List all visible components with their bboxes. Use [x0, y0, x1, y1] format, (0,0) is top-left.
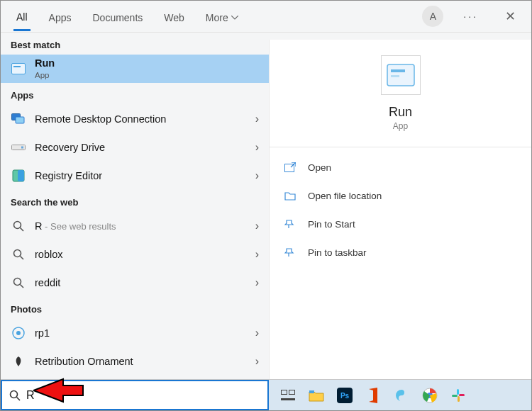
detail-app-icon — [381, 55, 421, 95]
action-label: Pin to Start — [308, 219, 355, 230]
svg-rect-23 — [282, 390, 287, 394]
chevron-right-icon: › — [255, 276, 259, 289]
svg-text:Ps: Ps — [340, 392, 350, 400]
result-label: Registry Editor — [35, 170, 102, 181]
svg-rect-3 — [16, 117, 24, 123]
file-explorer-icon[interactable] — [307, 386, 326, 405]
open-icon — [284, 161, 297, 174]
action-label: Pin to taskbar — [308, 247, 367, 258]
chevron-right-icon: › — [255, 220, 259, 232]
registry-editor-icon — [11, 168, 26, 184]
svg-rect-17 — [391, 69, 405, 72]
tab-more-label: More — [206, 12, 228, 23]
result-label: Retribution Ornament — [35, 356, 133, 367]
detail-title: Run — [389, 105, 412, 120]
chevron-right-icon: › — [255, 355, 259, 368]
action-pin-to-taskbar[interactable]: Pin to taskbar — [270, 238, 531, 266]
search-icon — [11, 275, 26, 291]
action-pin-to-start[interactable]: Pin to Start — [270, 210, 531, 238]
best-match-title: Run — [35, 57, 55, 69]
action-open[interactable]: Open — [270, 153, 531, 181]
svg-line-21 — [17, 397, 21, 400]
search-icon — [11, 247, 26, 262]
chevron-right-icon: › — [255, 113, 259, 125]
user-avatar[interactable]: A — [422, 6, 443, 27]
result-label: roblox — [35, 249, 63, 260]
result-web-roblox[interactable]: roblox › — [1, 240, 269, 269]
tab-apps[interactable]: Apps — [46, 3, 74, 30]
chevron-right-icon: › — [255, 248, 259, 261]
svg-point-15 — [16, 331, 21, 335]
svg-rect-18 — [391, 75, 399, 77]
svg-rect-5 — [21, 147, 23, 149]
result-web-r[interactable]: R - See web results › — [1, 212, 269, 240]
section-apps: Apps — [1, 83, 269, 105]
photo-thumb-icon — [11, 325, 26, 341]
svg-rect-34 — [459, 394, 465, 396]
svg-point-10 — [14, 250, 21, 257]
result-app-registry-editor[interactable]: Registry Editor › — [1, 162, 269, 190]
detail-panel: Run App Open Open file location — [269, 40, 531, 379]
results-panel: Best match Run App Apps Remote Desktop C… — [1, 33, 269, 379]
task-view-icon[interactable] — [279, 386, 297, 405]
result-best-match[interactable]: Run App — [1, 55, 269, 83]
svg-rect-33 — [458, 396, 460, 402]
tab-documents[interactable]: Documents — [89, 3, 145, 30]
run-app-icon — [11, 61, 26, 77]
result-label: rp1 — [35, 327, 50, 339]
action-open-file-location[interactable]: Open file location — [270, 181, 531, 210]
cloud-app-icon[interactable] — [392, 386, 411, 405]
chevron-right-icon: › — [255, 141, 259, 154]
svg-rect-7 — [18, 170, 24, 181]
result-label: Recovery Drive — [35, 142, 105, 153]
remote-desktop-icon — [11, 111, 26, 127]
result-photo-rp1[interactable]: rp1 › — [1, 319, 269, 347]
tab-all[interactable]: All — [13, 2, 31, 31]
result-app-recovery-drive[interactable]: Recovery Drive › — [1, 133, 269, 162]
chrome-icon[interactable] — [421, 386, 439, 405]
section-photos: Photos — [1, 297, 269, 319]
svg-line-11 — [21, 257, 24, 260]
slack-icon[interactable] — [449, 386, 467, 405]
result-app-remote-desktop[interactable]: Remote Desktop Connection › — [1, 105, 269, 133]
search-box[interactable] — [1, 380, 269, 410]
search-input[interactable] — [26, 389, 260, 402]
detail-subtitle: App — [393, 121, 408, 131]
chevron-right-icon: › — [255, 327, 259, 339]
result-suffix: - See web results — [42, 221, 116, 232]
result-label: Remote Desktop Connection — [35, 113, 166, 125]
tab-web[interactable]: Web — [161, 3, 187, 30]
filter-tabs: All Apps Documents Web More A ··· ✕ — [1, 1, 531, 33]
pin-icon — [284, 246, 297, 259]
bottom-bar: Ps — [1, 379, 531, 410]
more-options-button[interactable]: ··· — [459, 11, 482, 22]
pin-icon — [284, 218, 297, 230]
chevron-down-icon — [231, 16, 238, 20]
result-photo-retribution[interactable]: Retribution Ornament › — [1, 347, 269, 376]
chevron-right-icon: › — [255, 169, 259, 182]
close-icon[interactable]: ✕ — [498, 9, 519, 24]
result-label: R — [35, 220, 42, 232]
svg-rect-1 — [13, 66, 21, 67]
svg-point-12 — [14, 278, 21, 286]
search-icon — [9, 390, 21, 401]
folder-icon — [284, 189, 297, 202]
svg-point-20 — [11, 390, 18, 398]
photoshop-icon[interactable]: Ps — [336, 386, 354, 405]
svg-line-13 — [21, 285, 24, 288]
svg-rect-32 — [452, 395, 458, 397]
photo-thumb-icon — [11, 354, 26, 369]
action-label: Open file location — [308, 191, 382, 201]
search-icon — [11, 218, 26, 234]
svg-line-9 — [21, 228, 24, 232]
svg-point-8 — [14, 222, 21, 229]
svg-rect-31 — [457, 389, 459, 395]
action-label: Open — [308, 162, 331, 173]
office-icon[interactable] — [364, 386, 382, 405]
section-search-web: Search the web — [1, 190, 269, 212]
best-match-subtitle: App — [35, 71, 49, 79]
recovery-drive-icon — [11, 140, 26, 155]
result-web-reddit[interactable]: reddit › — [1, 269, 269, 297]
tab-more[interactable]: More — [203, 3, 241, 30]
section-best-match: Best match — [1, 33, 269, 55]
